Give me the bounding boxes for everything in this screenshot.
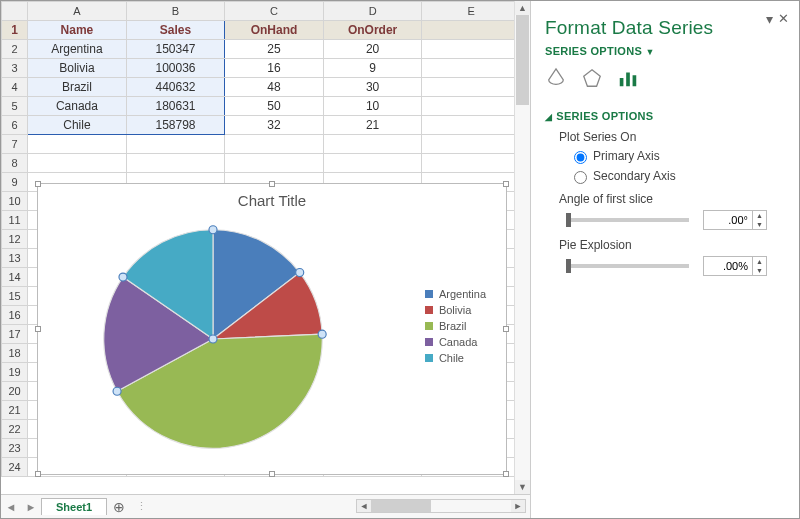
tab-nav-prev[interactable]: ◄ <box>1 501 21 513</box>
cell[interactable]: 180631 <box>126 97 225 116</box>
column-header[interactable]: A <box>28 2 127 21</box>
resize-handle[interactable] <box>269 471 275 477</box>
series-options-section-header[interactable]: ◢SERIES OPTIONS <box>545 110 785 122</box>
row-header[interactable]: 14 <box>2 268 28 287</box>
legend-item[interactable]: Canada <box>425 336 486 348</box>
primary-axis-input[interactable] <box>574 151 587 164</box>
row-header[interactable]: 4 <box>2 78 28 97</box>
selection-handle[interactable] <box>296 269 304 277</box>
cell[interactable]: Chile <box>28 116 127 135</box>
resize-handle[interactable] <box>503 326 509 332</box>
row-header[interactable]: 7 <box>2 135 28 154</box>
embedded-chart[interactable]: Chart Title ArgentinaBoliviaBrazilCanada… <box>37 183 507 475</box>
explosion-slider[interactable] <box>569 264 689 268</box>
cell[interactable] <box>422 97 521 116</box>
cell[interactable]: 48 <box>225 78 324 97</box>
row-header[interactable]: 8 <box>2 154 28 173</box>
spin-down[interactable]: ▼ <box>753 220 766 229</box>
scroll-down-button[interactable]: ▼ <box>515 480 530 494</box>
scroll-track[interactable] <box>515 15 530 480</box>
spin-up[interactable]: ▲ <box>753 211 766 220</box>
cell[interactable] <box>422 78 521 97</box>
effects-icon[interactable] <box>581 67 603 92</box>
cell[interactable]: OnOrder <box>323 21 422 40</box>
selection-handle[interactable] <box>209 226 217 234</box>
row-header[interactable]: 11 <box>2 211 28 230</box>
row-header[interactable]: 3 <box>2 59 28 78</box>
chart-legend[interactable]: ArgentinaBoliviaBrazilCanadaChile <box>425 284 486 368</box>
scroll-thumb[interactable] <box>371 500 431 512</box>
chart-title[interactable]: Chart Title <box>38 192 506 209</box>
cell[interactable]: Brazil <box>28 78 127 97</box>
secondary-axis-input[interactable] <box>574 171 587 184</box>
selection-handle[interactable] <box>113 387 121 395</box>
secondary-axis-radio[interactable]: Secondary Axis <box>569 168 785 184</box>
tab-nav-next[interactable]: ► <box>21 501 41 513</box>
cell[interactable]: 30 <box>323 78 422 97</box>
row-header[interactable]: 15 <box>2 287 28 306</box>
cell[interactable]: 158798 <box>126 116 225 135</box>
resize-handle[interactable] <box>35 326 41 332</box>
row-header[interactable]: 13 <box>2 249 28 268</box>
cell[interactable]: 100036 <box>126 59 225 78</box>
resize-handle[interactable] <box>503 471 509 477</box>
cell[interactable] <box>323 135 422 154</box>
angle-input[interactable] <box>704 211 752 229</box>
row-header[interactable]: 16 <box>2 306 28 325</box>
angle-slider[interactable] <box>569 218 689 222</box>
cell[interactable] <box>422 154 521 173</box>
cell[interactable]: 21 <box>323 116 422 135</box>
horizontal-scrollbar[interactable]: ◄ ► <box>356 499 526 513</box>
scroll-right-button[interactable]: ► <box>511 500 525 512</box>
cell[interactable] <box>225 154 324 173</box>
vertical-scrollbar[interactable]: ▲ ▼ <box>514 1 530 494</box>
cell[interactable] <box>126 135 225 154</box>
slider-knob[interactable] <box>566 213 571 227</box>
cell[interactable]: 20 <box>323 40 422 59</box>
cell[interactable]: 150347 <box>126 40 225 59</box>
row-header[interactable]: 6 <box>2 116 28 135</box>
explosion-spinner[interactable]: ▲▼ <box>703 256 767 276</box>
legend-item[interactable]: Bolivia <box>425 304 486 316</box>
cell[interactable]: 25 <box>225 40 324 59</box>
new-sheet-button[interactable]: ⊕ <box>107 499 131 515</box>
cell[interactable]: 50 <box>225 97 324 116</box>
row-header[interactable]: 24 <box>2 458 28 477</box>
spin-down[interactable]: ▼ <box>753 266 766 275</box>
row-header[interactable]: 2 <box>2 40 28 59</box>
spin-up[interactable]: ▲ <box>753 257 766 266</box>
row-header[interactable]: 9 <box>2 173 28 192</box>
series-options-icon[interactable] <box>617 67 639 92</box>
sheet-tab[interactable]: Sheet1 <box>41 498 107 515</box>
resize-handle[interactable] <box>35 471 41 477</box>
grid-viewport[interactable]: ABCDE1NameSalesOnHandOnOrder2Argentina15… <box>1 1 530 494</box>
legend-item[interactable]: Chile <box>425 352 486 364</box>
scroll-left-button[interactable]: ◄ <box>357 500 371 512</box>
cell[interactable]: 9 <box>323 59 422 78</box>
selection-handle[interactable] <box>209 335 217 343</box>
resize-handle[interactable] <box>35 181 41 187</box>
cell[interactable] <box>126 154 225 173</box>
row-header[interactable]: 22 <box>2 420 28 439</box>
cell[interactable]: Argentina <box>28 40 127 59</box>
cell[interactable]: Name <box>28 21 127 40</box>
row-header[interactable]: 19 <box>2 363 28 382</box>
row-header[interactable]: 21 <box>2 401 28 420</box>
row-header[interactable]: 23 <box>2 439 28 458</box>
selection-handle[interactable] <box>318 330 326 338</box>
cell[interactable]: Bolivia <box>28 59 127 78</box>
cell[interactable] <box>28 154 127 173</box>
cell[interactable] <box>28 135 127 154</box>
legend-item[interactable]: Brazil <box>425 320 486 332</box>
cell[interactable] <box>422 59 521 78</box>
cell[interactable] <box>323 154 422 173</box>
row-header[interactable]: 5 <box>2 97 28 116</box>
column-header[interactable]: C <box>225 2 324 21</box>
slider-knob[interactable] <box>566 259 571 273</box>
column-header[interactable]: E <box>422 2 521 21</box>
cell[interactable]: 440632 <box>126 78 225 97</box>
cell[interactable]: OnHand <box>225 21 324 40</box>
cell[interactable] <box>422 21 521 40</box>
resize-handle[interactable] <box>503 181 509 187</box>
row-header[interactable]: 18 <box>2 344 28 363</box>
